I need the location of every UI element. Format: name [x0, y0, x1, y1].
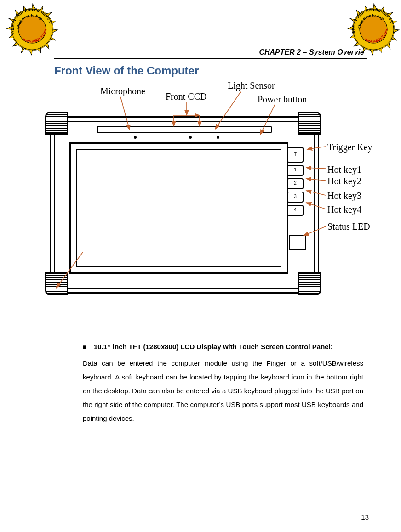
- device-hotkey1-button: 1: [287, 165, 304, 176]
- body-paragraph: Data can be entered the computer module …: [83, 357, 363, 425]
- callout-hot-key3: Hot key3: [327, 191, 361, 201]
- device-trigger-button: T: [287, 147, 304, 163]
- rubber-corner-tr: [298, 112, 321, 135]
- front-view-figure: Microphone Front CCD Light Sensor Power …: [41, 80, 400, 306]
- device-status-led: [289, 235, 306, 250]
- rubber-corner-bl: [45, 272, 68, 295]
- header-rule-thick: [54, 58, 367, 59]
- callout-light-sensor: Light Sensor: [228, 80, 275, 91]
- callout-trigger-key: Trigger Key: [327, 142, 372, 153]
- callout-status-led: Status LED: [327, 221, 370, 232]
- callout-power-button: Power button: [258, 94, 307, 105]
- rubber-corner-tl: [45, 112, 68, 135]
- page-number: 13: [361, 513, 369, 521]
- section-title: Front View of the Computer: [54, 64, 199, 77]
- callout-hot-key4: Hot key4: [327, 204, 361, 215]
- callout-hot-key2: Hot key2: [327, 176, 361, 187]
- device-hotkey4-button: 4: [287, 205, 304, 216]
- bullet-title: 10.1” inch TFT (1280x800) LCD Display wi…: [94, 340, 363, 354]
- body-text-block: ■ 10.1” inch TFT (1280x800) LCD Display …: [83, 340, 363, 425]
- abbyy-badge-left[interactable]: ABBYY PDF Transformer 3.0 www.ABBYY.com …: [5, 2, 60, 57]
- device-illustration: T 1 2 3 4: [45, 112, 321, 295]
- callout-hot-key1: Hot key1: [327, 164, 361, 175]
- bullet-icon: ■: [83, 340, 94, 354]
- device-hotkey3-button: 3: [287, 192, 304, 203]
- callout-front-ccd: Front CCD: [166, 91, 206, 102]
- callout-microphone: Microphone: [100, 86, 145, 96]
- chapter-header: CHAPTER 2 – System Overvie: [259, 48, 364, 57]
- rubber-corner-br: [298, 272, 321, 295]
- header-rule-thin: [54, 61, 367, 61]
- device-hotkey2-button: 2: [287, 178, 304, 189]
